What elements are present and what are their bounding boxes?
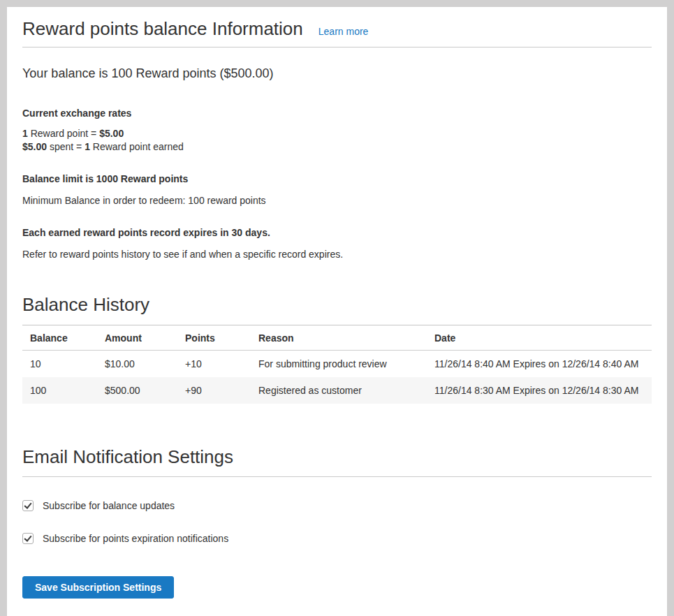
exchange-earn-line: 1 Reward point = $5.00 bbox=[22, 127, 652, 140]
cell-points: +10 bbox=[177, 350, 251, 377]
earn-amount-value: $5.00 bbox=[99, 128, 124, 139]
expiration-heading: Each earned reward points record expires… bbox=[22, 226, 652, 240]
cell-amount: $10.00 bbox=[97, 350, 177, 377]
subscribe-expiration-notifications-checkbox[interactable] bbox=[22, 533, 34, 544]
subscribe-balance-updates-row: Subscribe for balance updates bbox=[22, 499, 652, 513]
subscribe-expiration-notifications-label: Subscribe for points expiration notifica… bbox=[43, 532, 228, 545]
cell-points: +90 bbox=[177, 377, 251, 404]
balance-history-table: Balance Amount Points Reason Date 10 $10… bbox=[22, 325, 652, 404]
subscribe-expiration-notifications-row: Subscribe for points expiration notifica… bbox=[22, 532, 652, 545]
cell-date: 11/26/14 8:30 AM Expires on 12/26/14 8:3… bbox=[427, 377, 652, 404]
column-header-amount: Amount bbox=[97, 325, 177, 350]
cell-amount: $500.00 bbox=[97, 377, 177, 404]
table-row: 10 $10.00 +10 For submitting product rev… bbox=[22, 350, 652, 377]
table-header-row: Balance Amount Points Reason Date bbox=[22, 325, 652, 350]
page-title: Reward points balance Information bbox=[22, 18, 303, 40]
spend-line-suffix: Reward point earned bbox=[90, 141, 184, 152]
exchange-rates-heading: Current exchange rates bbox=[22, 107, 652, 120]
balance-limit-heading: Balance limit is 1000 Reward points bbox=[22, 173, 652, 186]
cell-balance: 10 bbox=[22, 350, 97, 377]
exchange-spend-line: $5.00 spent = 1 Reward point earned bbox=[22, 140, 652, 154]
cell-date: 11/26/14 8:40 AM Expires on 12/26/14 8:4… bbox=[427, 350, 652, 377]
spend-line-text: spent = bbox=[47, 141, 85, 152]
save-subscription-settings-button[interactable]: Save Subscription Settings bbox=[22, 576, 174, 599]
earn-line-text: Reward point = bbox=[28, 128, 99, 139]
balance-summary: Your balance is 100 Reward points ($500.… bbox=[22, 66, 652, 82]
expiration-text: Refer to reward points history to see if… bbox=[22, 248, 652, 261]
page-header: Reward points balance Information Learn … bbox=[22, 18, 652, 47]
cell-reason: Registered as customer bbox=[251, 377, 427, 404]
cell-balance: 100 bbox=[22, 377, 97, 404]
balance-history-heading: Balance History bbox=[22, 295, 652, 316]
learn-more-link[interactable]: Learn more bbox=[318, 26, 369, 37]
minimum-balance-text: Minimum Balance in order to redeem: 100 … bbox=[22, 194, 652, 207]
column-header-date: Date bbox=[427, 325, 652, 350]
spend-points-value: 1 bbox=[85, 141, 90, 152]
exchange-rates-lines: 1 Reward point = $5.00 $5.00 spent = 1 R… bbox=[22, 127, 652, 154]
column-header-balance: Balance bbox=[22, 325, 97, 350]
earn-points-value: 1 bbox=[22, 128, 28, 139]
subscribe-balance-updates-checkbox[interactable] bbox=[22, 500, 34, 511]
table-row: 100 $500.00 +90 Registered as customer 1… bbox=[22, 377, 652, 404]
cell-reason: For submitting product review bbox=[251, 350, 427, 377]
reward-points-page: Reward points balance Information Learn … bbox=[7, 7, 667, 616]
spend-amount-value: $5.00 bbox=[22, 141, 47, 152]
email-notification-settings-heading: Email Notification Settings bbox=[22, 447, 652, 477]
subscribe-balance-updates-label: Subscribe for balance updates bbox=[43, 499, 175, 513]
column-header-reason: Reason bbox=[251, 325, 427, 350]
column-header-points: Points bbox=[177, 325, 251, 350]
